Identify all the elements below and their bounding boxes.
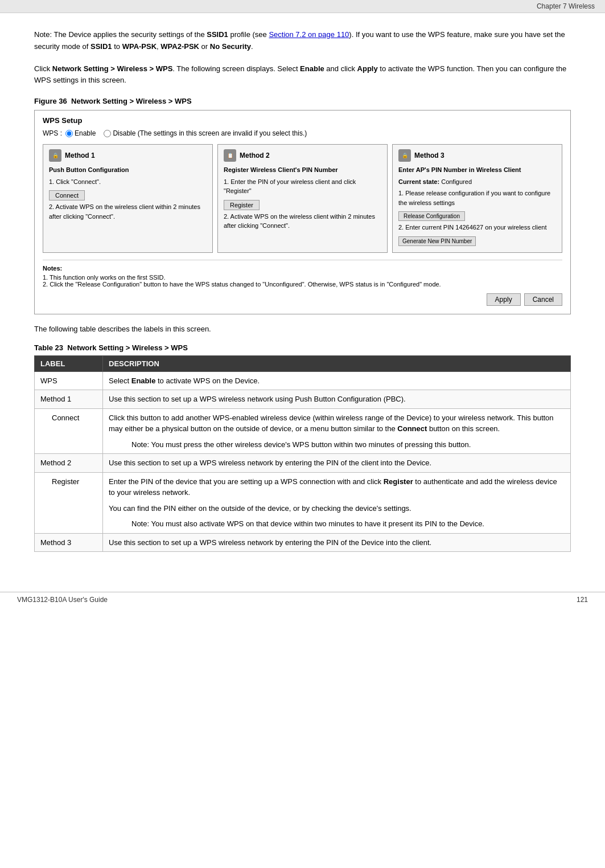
note-nosec: No Security [210,42,251,51]
figure-title: Network Setting > Wireless > WPS [71,97,192,105]
note1: 1. This function only works on the first… [43,274,562,281]
note-text6: or [199,42,210,51]
table-cell-label: Method 3 [35,533,103,552]
table-row: WPSSelect Enable to activate WPS on the … [35,371,571,390]
figure-label: Figure 36 Network Setting > Wireless > W… [34,97,571,105]
method3-title: Method 3 [414,152,445,159]
method2-step1: 1. Enter the PIN of your wireless client… [224,177,381,196]
note-link[interactable]: Section 7.2 on page 110 [269,30,349,39]
table-label: Table 23 Network Setting > Wireless > WP… [34,343,571,352]
notes-section: Notes: 1. This function only works on th… [43,260,562,288]
table-cell-label: Method 1 [35,390,103,409]
table-cell-desc: Use this section to set up a WPS wireles… [103,454,571,473]
click-bold3: Apply [357,64,378,73]
click-bold2: Enable [300,64,324,73]
register-button[interactable]: Register [224,200,260,210]
chapter-title: Chapter 7 Wireless [537,2,595,10]
notes-title: Notes: [43,265,562,272]
method1-header: 🔒 Method 1 [49,149,207,162]
table-cell-label: Connect [35,408,103,454]
note-wpa2: WPA2-PSK [160,42,199,51]
wps-radio-row: WPS : Enable Disable (The settings in th… [43,129,562,137]
page-content: Note: The Device applies the security se… [0,13,605,575]
table-section: Table 23 Network Setting > Wireless > WP… [34,343,571,552]
method2-icon: 📋 [224,149,236,162]
following-text: The following table describes the labels… [34,325,571,333]
note-text2: profile (see [228,30,269,39]
click-block: Click Network Setting > Wireless > WPS. … [34,63,571,87]
connect-button[interactable]: Connect [49,190,85,200]
method2-heading: Register Wireless Client's PIN Number [224,166,338,173]
note-block: Note: The Device applies the security se… [34,29,571,53]
method2-header: 📋 Method 2 [224,149,381,162]
method1-step1-text: 1. Click "Connect". [49,177,207,187]
method2-box: 📋 Method 2 Register Wireless Client's PI… [217,144,388,253]
release-configuration-button[interactable]: Release Configuration [398,211,465,221]
table-row: Method 3Use this section to set up a WPS… [35,533,571,552]
method1-box: 🔒 Method 1 Push Button Configuration 1. … [43,144,213,253]
method3-icon: 🔒 [398,149,411,162]
generate-pin-button[interactable]: Generate New PIN Number [398,236,476,246]
table-cell-label: Register [35,472,103,533]
wps-box-title: WPS Setup [43,116,562,125]
footer-right: 121 [577,596,588,604]
table-title: Network Setting > Wireless > WPS [67,343,188,352]
table-row: RegisterEnter the PIN of the device that… [35,472,571,533]
method3-current-label: Current state: [398,178,439,185]
table-row: Method 1Use this section to set up a WPS… [35,390,571,409]
disable-radio-label[interactable]: Disable (The settings in this screen are… [104,129,307,137]
wps-setup-box: WPS Setup WPS : Enable Disable (The sett… [34,110,571,314]
enable-radio-label[interactable]: Enable [65,129,96,137]
note-text7: . [251,42,253,51]
click-text2: . The following screen displays. Select [172,64,300,73]
footer-left: VMG1312-B10A User's Guide [17,596,108,604]
enable-radio[interactable] [65,130,73,137]
method3-current-state: Configured [441,178,472,185]
cancel-button[interactable]: Cancel [524,293,562,306]
click-text1: Click [34,64,52,73]
method1-icon: 🔒 [49,149,61,162]
page-footer: VMG1312-B10A User's Guide 121 [0,592,605,607]
method3-box: 🔒 Method 3 Enter AP's PIN Number in Wire… [392,144,562,253]
note-ssid1b: SSID1 [90,42,112,51]
note-ssid1: SSID1 [207,30,228,39]
method1-title: Method 1 [65,152,95,159]
table-cell-desc: Select Enable to activate WPS on the Dev… [103,371,571,390]
disable-label: Disable (The settings in this screen are… [113,129,307,137]
method3-heading: Enter AP's PIN Number in Wireless Client [398,166,521,173]
methods-row: 🔒 Method 1 Push Button Configuration 1. … [43,144,562,253]
apply-cancel-row: Apply Cancel [43,293,562,306]
page-header: Chapter 7 Wireless [0,0,605,13]
method2-title: Method 2 [240,152,270,159]
col-label: LABEL [35,355,103,371]
method2-body: Register Wireless Client's PIN Number 1.… [224,165,381,231]
col-desc: DESCRIPTION [103,355,571,371]
table-cell-desc: Enter the PIN of the device that you are… [103,472,571,533]
disable-radio[interactable] [104,130,111,137]
note-text4: to [112,42,122,51]
table-cell-label: WPS [35,371,103,390]
figure-label-text: Figure 36 [34,97,67,105]
apply-button[interactable]: Apply [487,293,521,306]
note-text1: Note: The Device applies the security se… [34,30,207,39]
click-bold1: Network Setting > Wireless > WPS [52,64,173,73]
table-label-text: Table 23 [34,343,63,352]
wps-label: WPS : [43,129,62,137]
desc-table: LABEL DESCRIPTION WPSSelect Enable to ac… [34,355,571,552]
method2-step2: 2. Activate WPS on the wireless client w… [224,212,381,231]
table-cell-desc: Click this button to add another WPS-ena… [103,408,571,454]
method1-step1-label: Push Button Configuration [49,166,129,173]
click-text3: and click [324,64,357,73]
enable-label: Enable [75,129,96,137]
note2: 2. Click the "Release Configuration" but… [43,281,562,288]
method3-step2: 2. Enter current PIN 14264627 on your wi… [398,223,556,232]
table-row: ConnectClick this button to add another … [35,408,571,454]
table-cell-desc: Use this section to set up a WPS wireles… [103,533,571,552]
method3-body: Enter AP's PIN Number in Wireless Client… [398,165,556,248]
method3-header: 🔒 Method 3 [398,149,556,162]
table-row: Method 2Use this section to set up a WPS… [35,454,571,473]
method3-step1: 1. Please release configuration if you w… [398,189,556,207]
table-cell-label: Method 2 [35,454,103,473]
table-cell-desc: Use this section to set up a WPS wireles… [103,390,571,409]
note-wpa: WPA-PSK [122,42,157,51]
